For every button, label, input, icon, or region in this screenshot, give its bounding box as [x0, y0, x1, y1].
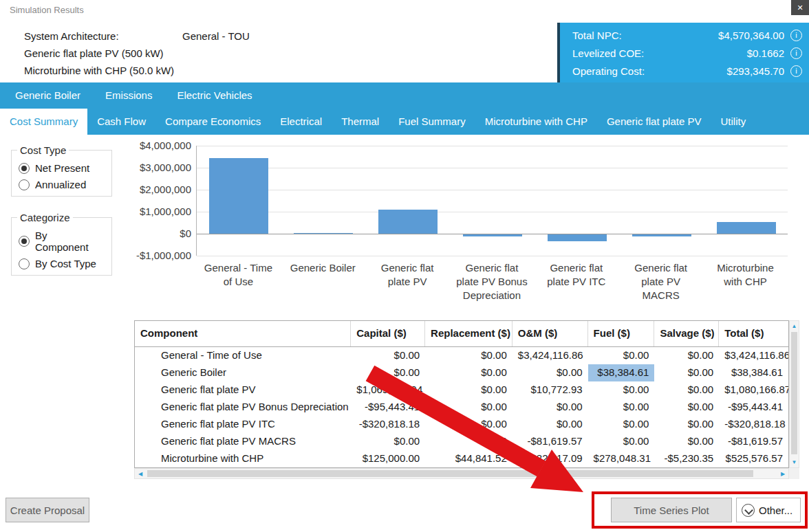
info-icon[interactable]: i [790, 30, 802, 41]
chart-bar[interactable] [548, 234, 607, 241]
column-header-total[interactable]: Total ($) [719, 321, 788, 346]
metric-label: Levelized COE: [572, 47, 644, 59]
info-icon[interactable]: i [790, 47, 802, 59]
table-cell: $278,048.31 [588, 450, 655, 467]
table-row[interactable]: Generic Boiler$0.00$0.00$0.00$38,384.61$… [135, 364, 788, 381]
tab-bar-top: Generic BoilerEmissionsElectric Vehicles [0, 82, 809, 109]
tab-thermal[interactable]: Thermal [332, 109, 389, 135]
x-category-label: Microturbine with CHP [703, 261, 788, 302]
table-row[interactable]: Generic flat plate PV$1,069,393.94$0.00$… [135, 381, 788, 399]
create-proposal-button[interactable]: Create Proposal [6, 498, 89, 522]
other-dropdown-button[interactable]: Other... [736, 498, 801, 522]
table-cell: $38,384.61 [588, 364, 655, 381]
table-cell: $0.00 [351, 347, 425, 364]
table-cell: $0.00 [513, 416, 588, 433]
table-cell: -$81,619.57 [719, 433, 788, 450]
table-cell: $0.00 [588, 399, 655, 416]
table-cell: $0.00 [425, 347, 513, 364]
tab-emissions[interactable]: Emissions [93, 82, 164, 109]
metric-value: $4,570,364.00 [718, 30, 784, 41]
metric-value: $0.1662 [747, 47, 784, 59]
y-tick-label: $3,000,000 [140, 162, 191, 173]
table-row[interactable]: Generic flat plate PV ITC-$320,818.18$0.… [135, 416, 788, 433]
column-header-replacement[interactable]: Replacement ($) [425, 321, 513, 346]
column-header-component[interactable]: Component [135, 321, 351, 346]
vertical-scroll-thumb[interactable] [791, 332, 797, 454]
tab-cost-summary[interactable]: Cost Summary [0, 109, 87, 135]
chart-bar[interactable] [632, 234, 691, 236]
radio-option-net-present[interactable]: Net Present [19, 162, 103, 174]
x-category-label: Generic flat plate PV Bonus Depreciation [450, 261, 535, 302]
radio-option-by-cost-type[interactable]: By Cost Type [19, 258, 103, 269]
table-cell: $82,917.09 [513, 450, 588, 467]
gridline [197, 168, 788, 168]
scroll-up-icon[interactable]: ▲ [790, 321, 799, 331]
radio-selected-icon [19, 236, 30, 247]
other-button-label: Other... [759, 505, 792, 516]
table-cell: $0.00 [351, 433, 425, 450]
table-cell: $0.00 [351, 364, 425, 381]
tab-fuel-summary[interactable]: Fuel Summary [389, 109, 475, 135]
chart-bar[interactable] [209, 158, 268, 234]
scroll-down-icon[interactable]: ▼ [790, 457, 799, 467]
horizontal-scroll-thumb[interactable] [147, 470, 753, 477]
table-horizontal-scrollbar[interactable]: ◀ ▶ [134, 468, 789, 479]
table-row[interactable]: Generic flat plate PV Bonus Depreciation… [135, 399, 788, 416]
cost-summary-table: ComponentCapital ($)Replacement ($)O&M (… [134, 320, 789, 468]
column-header-o-m[interactable]: O&M ($) [513, 321, 588, 346]
column-header-capital[interactable]: Capital ($) [351, 321, 425, 346]
cost-type-legend: Cost Type [17, 144, 69, 156]
table-cell: $0.00 [425, 433, 513, 450]
column-header-salvage[interactable]: Salvage ($) [654, 321, 719, 346]
table-row[interactable]: General - Time of Use$0.00$0.00$3,424,11… [135, 347, 788, 364]
y-tick-label: -$1,000,000 [136, 250, 191, 261]
column-header-fuel[interactable]: Fuel ($) [588, 321, 655, 346]
table-cell: Generic flat plate PV [135, 381, 351, 399]
gridline [197, 256, 788, 256]
system-architecture-section: System Architecture: General - TOU Gener… [24, 30, 250, 82]
architecture-component-pv: Generic flat plate PV (500 kW) [24, 47, 250, 59]
table-vertical-scrollbar[interactable]: ▲ ▼ [789, 320, 799, 468]
cost-type-group: Cost Type Net PresentAnnualized [11, 144, 112, 197]
chart-bar[interactable] [463, 234, 522, 236]
radio-unselected-icon [19, 258, 30, 269]
time-series-plot-button[interactable]: Time Series Plot [611, 498, 732, 522]
table-cell: -$320,818.18 [351, 416, 425, 433]
y-tick-label: $4,000,000 [140, 140, 191, 151]
radio-option-annualized[interactable]: Annualized [19, 179, 103, 190]
radio-option-by-component[interactable]: By Component [19, 230, 103, 253]
categorize-group: Categorize By ComponentBy Cost Type [11, 212, 112, 276]
tab-electric-vehicles[interactable]: Electric Vehicles [164, 82, 264, 109]
table-row[interactable]: Microturbine with CHP$125,000.00$44,841.… [135, 450, 788, 467]
chart-x-axis-labels: General - Time of UseGeneric BoilerGener… [196, 261, 788, 302]
horizontal-scroll-track[interactable] [146, 469, 777, 478]
scroll-left-icon[interactable]: ◀ [135, 471, 146, 477]
close-icon[interactable]: ✕ [791, 0, 809, 15]
table-cell: $3,424,116.86 [719, 347, 788, 364]
table-cell: Generic flat plate PV MACRS [135, 433, 351, 450]
chart-bar[interactable] [378, 210, 438, 234]
scrollbar-corner [789, 468, 799, 479]
tab-cash-flow[interactable]: Cash Flow [87, 109, 155, 135]
y-tick-label: $0 [180, 228, 191, 239]
tab-utility[interactable]: Utility [711, 109, 755, 135]
table-cell: Generic flat plate PV Bonus Depreciation [135, 399, 351, 416]
tab-microturbine-with-chp[interactable]: Microturbine with CHP [475, 109, 597, 135]
x-category-label: Generic flat plate PV MACRS [618, 261, 703, 302]
table-cell: $0.00 [425, 381, 513, 399]
chart-bar[interactable] [717, 222, 776, 234]
y-tick-label: $1,000,000 [140, 206, 191, 217]
tab-bar-results: Cost SummaryCash FlowCompare EconomicsEl… [0, 109, 809, 135]
tab-generic-flat-plate-pv[interactable]: Generic flat plate PV [597, 109, 711, 135]
table-cell: $0.00 [654, 381, 719, 399]
tab-compare-economics[interactable]: Compare Economics [155, 109, 270, 135]
chart-bar[interactable] [294, 233, 353, 234]
info-icon[interactable]: i [790, 65, 802, 77]
tab-electrical[interactable]: Electrical [270, 109, 332, 135]
architecture-component-chp: Microturbine with CHP (50.0 kW) [24, 65, 250, 76]
table-cell: -$320,818.18 [719, 416, 788, 433]
tab-generic-boiler[interactable]: Generic Boiler [3, 82, 93, 109]
table-row[interactable]: Generic flat plate PV MACRS$0.00$0.00-$8… [135, 433, 788, 450]
table-cell: $0.00 [588, 381, 655, 399]
scroll-right-icon[interactable]: ▶ [777, 471, 788, 477]
